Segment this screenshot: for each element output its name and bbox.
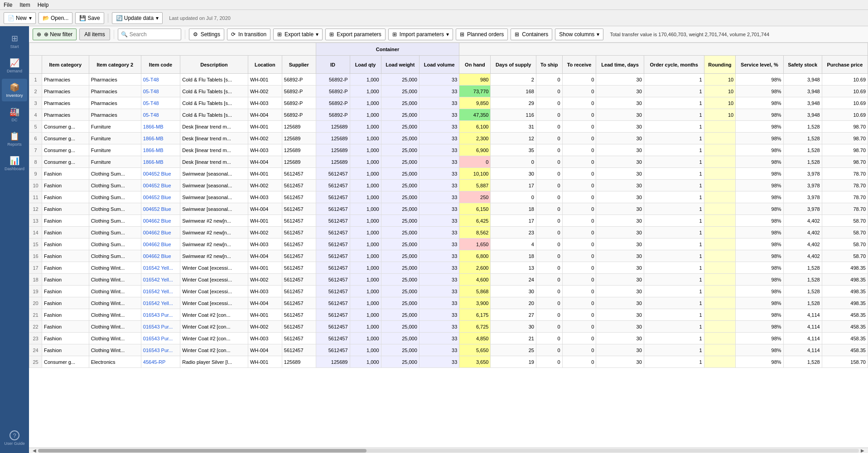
table-row[interactable]: 19 Fashion Clothing Wint... 016542 Yell.… bbox=[29, 286, 868, 297]
cell-rounding[interactable]: 10 bbox=[704, 74, 735, 86]
open-button[interactable]: 📂 Open... bbox=[39, 12, 72, 24]
col-header-item-cat2[interactable]: Item category 2 bbox=[89, 56, 141, 74]
col-header-load-qty[interactable]: Load qty bbox=[350, 56, 381, 74]
cell-item-code[interactable]: 016542 Yell... bbox=[141, 297, 180, 309]
cell-item-code[interactable]: 016542 Yell... bbox=[141, 262, 180, 274]
cell-rounding[interactable] bbox=[704, 215, 735, 227]
cell-item-code[interactable]: 004652 Blue bbox=[141, 168, 180, 180]
export-table-dropdown-icon[interactable]: ▾ bbox=[316, 31, 318, 38]
import-dropdown-icon[interactable]: ▾ bbox=[446, 31, 449, 38]
scroll-right-icon[interactable]: ▶ bbox=[861, 448, 864, 453]
new-dropdown-icon[interactable]: ▾ bbox=[29, 15, 32, 21]
table-row[interactable]: 18 Fashion Clothing Wint... 016542 Yell.… bbox=[29, 274, 868, 286]
search-input[interactable] bbox=[130, 31, 178, 38]
sidebar-item-user-guide[interactable]: ? User Guide bbox=[2, 427, 27, 449]
new-button[interactable]: 📄 New ▾ bbox=[4, 12, 36, 24]
cell-item-code[interactable]: 1866-MB bbox=[141, 133, 180, 144]
cell-item-code[interactable]: 016542 Yell... bbox=[141, 274, 180, 286]
scroll-left-icon[interactable]: ◀ bbox=[33, 448, 36, 453]
cell-rounding[interactable] bbox=[704, 168, 735, 180]
cell-item-code[interactable]: 004652 Blue bbox=[141, 191, 180, 203]
col-header-con-id[interactable]: ID bbox=[316, 56, 350, 74]
search-box[interactable]: 🔍 bbox=[118, 29, 181, 40]
sidebar-item-dashboard[interactable]: 📊 Dashboard bbox=[2, 152, 27, 175]
save-button[interactable]: 💾 Save bbox=[75, 12, 104, 24]
table-wrapper[interactable]: Container Item category Item category 2 … bbox=[29, 43, 868, 448]
cell-item-code[interactable]: 05-T48 bbox=[141, 86, 180, 97]
table-row[interactable]: 13 Fashion Clothing Sum... 004662 Blue S… bbox=[29, 215, 868, 227]
col-header-to-receive[interactable]: To receive bbox=[562, 56, 596, 74]
cell-rounding[interactable]: 10 bbox=[704, 86, 735, 97]
table-row[interactable]: 12 Fashion Clothing Sum... 004652 Blue S… bbox=[29, 203, 868, 215]
table-row[interactable]: 6 Consumer g... Furniture 1866-MB Desk [… bbox=[29, 133, 868, 144]
col-header-item-code[interactable]: Item code bbox=[141, 56, 180, 74]
col-header-item-cat[interactable]: Item category bbox=[42, 56, 89, 74]
cell-rounding[interactable] bbox=[704, 309, 735, 321]
col-header-load-wt[interactable]: Load weight bbox=[381, 56, 419, 74]
scroll-thumb[interactable] bbox=[38, 449, 366, 453]
col-header-lead-time[interactable]: Lead time, days bbox=[596, 56, 644, 74]
cell-item-code[interactable]: 05-T48 bbox=[141, 97, 180, 109]
cell-rounding[interactable]: 10 bbox=[704, 97, 735, 109]
table-row[interactable]: 9 Fashion Clothing Sum... 004652 Blue Sw… bbox=[29, 168, 868, 180]
col-header-to-ship[interactable]: To ship bbox=[536, 56, 562, 74]
cell-rounding[interactable] bbox=[704, 180, 735, 191]
update-dropdown-icon[interactable]: ▾ bbox=[156, 15, 159, 21]
cell-rounding[interactable] bbox=[704, 344, 735, 356]
cell-item-code[interactable]: 004662 Blue bbox=[141, 215, 180, 227]
settings-button[interactable]: ⚙ Settings bbox=[189, 29, 224, 40]
in-transition-button[interactable]: ⟳ In transition bbox=[227, 29, 270, 40]
menu-file[interactable]: File bbox=[4, 2, 12, 8]
cell-item-code[interactable]: 05-T48 bbox=[141, 109, 180, 121]
cell-item-code[interactable]: 004662 Blue bbox=[141, 250, 180, 262]
col-header-on-hand[interactable]: On hand bbox=[459, 56, 491, 74]
cell-rounding[interactable] bbox=[704, 238, 735, 250]
table-row[interactable]: 22 Fashion Clothing Wint... 016543 Pur..… bbox=[29, 321, 868, 333]
table-row[interactable]: 24 Fashion Clothing Wint... 016543 Pur..… bbox=[29, 344, 868, 356]
table-row[interactable]: 17 Fashion Clothing Wint... 016542 Yell.… bbox=[29, 262, 868, 274]
cell-item-code[interactable]: 004662 Blue bbox=[141, 238, 180, 250]
cell-rounding[interactable]: 10 bbox=[704, 109, 735, 121]
cell-item-code[interactable]: 016543 Pur... bbox=[141, 333, 180, 344]
sidebar-item-inventory[interactable]: 📦 Inventory bbox=[2, 79, 27, 101]
table-row[interactable]: 4 Pharmacies Pharmacies 05-T48 Cold & Fl… bbox=[29, 109, 868, 121]
col-header-sup[interactable]: Supplier bbox=[282, 56, 316, 74]
col-header-safety-stock[interactable]: Safety stock bbox=[783, 56, 822, 74]
cell-rounding[interactable] bbox=[704, 203, 735, 215]
cell-rounding[interactable] bbox=[704, 274, 735, 286]
sidebar-item-demand[interactable]: 📈 Demand bbox=[2, 54, 27, 77]
cell-item-code[interactable]: 016542 Yell... bbox=[141, 286, 180, 297]
all-items-button[interactable]: All items bbox=[79, 29, 110, 40]
cell-rounding[interactable] bbox=[704, 191, 735, 203]
cell-rounding[interactable] bbox=[704, 144, 735, 156]
cell-rounding[interactable] bbox=[704, 297, 735, 309]
table-row[interactable]: 10 Fashion Clothing Sum... 004652 Blue S… bbox=[29, 180, 868, 191]
cell-item-code[interactable]: 016543 Pur... bbox=[141, 309, 180, 321]
cell-rounding[interactable] bbox=[704, 333, 735, 344]
cell-item-code[interactable]: 1866-MB bbox=[141, 156, 180, 168]
sidebar-item-reports[interactable]: 📋 Reports bbox=[2, 128, 27, 150]
table-row[interactable]: 2 Pharmacies Pharmacies 05-T48 Cold & Fl… bbox=[29, 86, 868, 97]
table-row[interactable]: 20 Fashion Clothing Wint... 016542 Yell.… bbox=[29, 297, 868, 309]
table-row[interactable]: 3 Pharmacies Pharmacies 05-T48 Cold & Fl… bbox=[29, 97, 868, 109]
cell-item-code[interactable]: 004662 Blue bbox=[141, 227, 180, 238]
cell-rounding[interactable] bbox=[704, 133, 735, 144]
col-header-purchase-price[interactable]: Purchase price bbox=[822, 56, 868, 74]
cell-item-code[interactable]: 1866-MB bbox=[141, 121, 180, 133]
export-params-button[interactable]: ⊞ Export parameters bbox=[325, 29, 386, 40]
cell-rounding[interactable] bbox=[704, 227, 735, 238]
col-header-days-supply[interactable]: Days of supply bbox=[491, 56, 536, 74]
cell-rounding[interactable] bbox=[704, 121, 735, 133]
cell-item-code[interactable]: 004652 Blue bbox=[141, 180, 180, 191]
menu-item[interactable]: Item bbox=[19, 2, 30, 8]
cell-rounding[interactable] bbox=[704, 156, 735, 168]
sidebar-item-dc[interactable]: 🏭 DC bbox=[2, 103, 27, 126]
table-row[interactable]: 1 Pharmacies Pharmacies 05-T48 Cold & Fl… bbox=[29, 74, 868, 86]
sidebar-item-start[interactable]: ⊞ Start bbox=[2, 30, 27, 52]
cell-rounding[interactable] bbox=[704, 250, 735, 262]
menu-help[interactable]: Help bbox=[38, 2, 49, 8]
cell-item-code[interactable]: 05-T48 bbox=[141, 74, 180, 86]
cell-item-code[interactable]: 016543 Pur... bbox=[141, 344, 180, 356]
table-row[interactable]: 14 Fashion Clothing Sum... 004662 Blue S… bbox=[29, 227, 868, 238]
export-table-button[interactable]: ⊞ Export table ▾ bbox=[273, 29, 323, 40]
